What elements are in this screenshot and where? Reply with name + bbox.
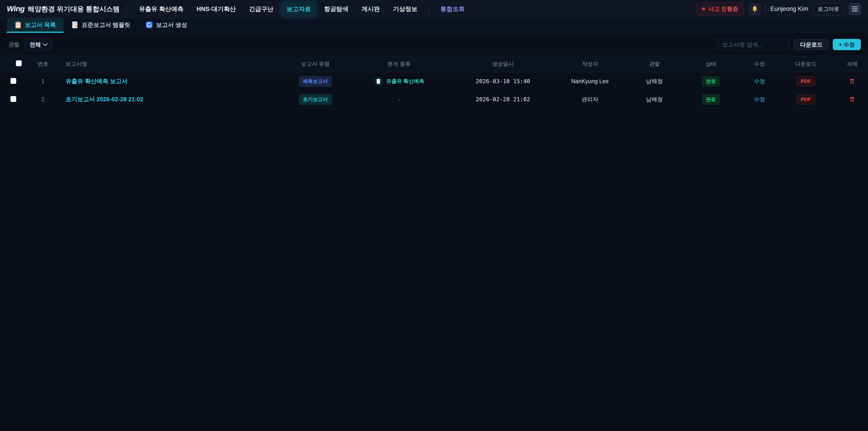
row-number: 2 [27,96,59,102]
nav-item-oil-spill-prediction[interactable]: 유출유 확산예측 [133,1,189,17]
top-bar: Wing 해양환경 위기대응 통합시스템 유출유 확산예측 HNS·대기확산 긴… [0,0,868,18]
pdf-download-button[interactable]: PDF [797,94,815,104]
report-name-link[interactable]: 유출유 확산예측 보고서 [66,78,127,85]
col-header-analysis: 분석 종류 [341,60,457,68]
edit-link[interactable]: 수정 [754,96,765,102]
oil-drum-icon [374,76,383,86]
edit-create-button[interactable]: + 수정 [833,39,861,50]
nav-item-board[interactable]: 게시판 [356,1,385,17]
user-name: Eunjeong Kim [770,5,808,12]
analysis-type-label: 유출유 확산예측 [386,78,424,85]
report-type-badge: 초기보고서 [299,94,332,105]
col-header-status: 상태 [678,60,744,68]
main-nav: 유출유 확산예측 HNS·대기확산 긴급구난 보고자료 항공탐색 게시판 기상정… [133,1,470,17]
filter-row: 관할 전체 다운로드 + 수정 [0,33,868,51]
analysis-type: 유출유 확산예측 [374,76,424,86]
app-logo: Wing [7,4,25,13]
delete-button[interactable] [850,78,854,84]
col-header-download: 다운로드 [775,60,836,68]
nav-item-aerial-search[interactable]: 항공탐색 [318,1,354,17]
report-type-badge: 예측보고서 [299,76,332,87]
brand: Wing 해양환경 위기대응 통합시스템 [7,4,120,14]
app-title: 해양환경 위기대응 통합시스템 [28,4,120,14]
delete-button[interactable] [850,96,854,102]
hamburger-menu-button[interactable] [848,3,861,15]
tab-create-report[interactable]: 보고서 생성 [138,18,195,33]
notifications-button[interactable] [749,3,761,15]
report-search-input[interactable] [717,39,790,50]
pdf-download-button[interactable]: PDF [797,76,815,86]
refresh-icon [146,21,153,29]
col-header-edit: 수정 [744,60,775,68]
author: 관리자 [549,96,631,103]
nav-item-emergency-rescue[interactable]: 긴급구난 [243,1,279,17]
brand-divider [126,5,127,13]
incident-badge-label: 사고 진행중 [708,5,738,13]
jurisdiction-filter-label: 관할 [8,41,20,48]
tab-create-report-label: 보고서 생성 [156,21,187,29]
user-divider [765,5,766,13]
col-header-type: 보고서 유형 [289,60,341,68]
nav-item-reports[interactable]: 보고자료 [281,1,316,17]
col-header-author: 작성자 [549,60,631,68]
report-name-link[interactable]: 초기보고서 2026-02-28 21:02 [66,96,143,102]
nav-item-hns-air-diffusion[interactable]: HNS·대기확산 [191,1,241,17]
col-header-name: 보고서명 [59,60,289,68]
report-table: 번호 보고서명 보고서 유형 분석 종류 생성일시 작성자 관할 상태 수정 다… [0,56,868,109]
memo-icon [71,21,79,29]
row-checkbox[interactable] [10,96,16,102]
chevron-down-icon [43,43,48,46]
select-all-checkbox[interactable] [16,60,22,66]
author: NanKyung Lee [549,78,631,85]
col-header-jurisdiction: 관할 [631,60,678,68]
jurisdiction: 남해청 [631,96,678,103]
clipboard-icon [14,21,22,29]
jurisdiction-select[interactable]: 전체 [24,39,52,51]
trash-icon [850,78,854,84]
tab-report-list-label: 보고서 목록 [25,21,56,29]
incident-status-badge: 사고 진행중 [696,2,744,16]
table-header-row: 번호 보고서명 보고서 유형 분석 종류 생성일시 작성자 관할 상태 수정 다… [0,56,868,72]
trash-icon [850,96,854,102]
col-header-no: 번호 [27,60,59,68]
nav-item-integrated-search[interactable]: 통합조회 [435,1,470,17]
col-header-created: 생성일시 [457,60,549,68]
download-button[interactable]: 다운로드 [794,39,829,50]
filter-actions: 다운로드 + 수정 [717,39,861,50]
logout-button[interactable]: 로그아웃 [813,3,844,15]
status-badge: 완료 [702,94,720,105]
tab-standard-template[interactable]: 표준보고서 템플릿 [64,18,138,33]
incident-dot-icon [702,7,705,10]
col-header-delete: 삭제 [836,60,868,68]
top-bar-right: 사고 진행중 Eunjeong Kim 로그아웃 [696,2,861,16]
tab-report-list[interactable]: 보고서 목록 [7,18,64,33]
tab-bar: 보고서 목록 표준보고서 템플릿 보고서 생성 [0,18,868,33]
nav-item-weather-info[interactable]: 기상정보 [388,1,423,17]
tab-standard-template-label: 표준보고서 템플릿 [82,21,130,29]
row-number: 1 [27,78,59,85]
table-row: 2 초기보고서 2026-02-28 21:02 초기보고서 - 2026-02… [0,90,868,109]
created-datetime: 2026-03-10 15:40 [457,78,549,85]
row-checkbox[interactable] [10,78,16,84]
edit-link[interactable]: 수정 [754,78,765,84]
bell-icon [752,6,758,12]
nav-separator [429,4,430,14]
table-row: 1 유출유 확산예측 보고서 예측보고서 유출유 확산예측 2026-03-10… [0,72,868,90]
hamburger-icon [852,6,858,7]
jurisdiction-select-value: 전체 [30,41,41,49]
created-datetime: 2026-02-28 21:02 [457,96,549,102]
jurisdiction: 남해청 [631,78,678,85]
status-badge: 완료 [702,76,720,87]
analysis-type-label: - [398,96,400,102]
